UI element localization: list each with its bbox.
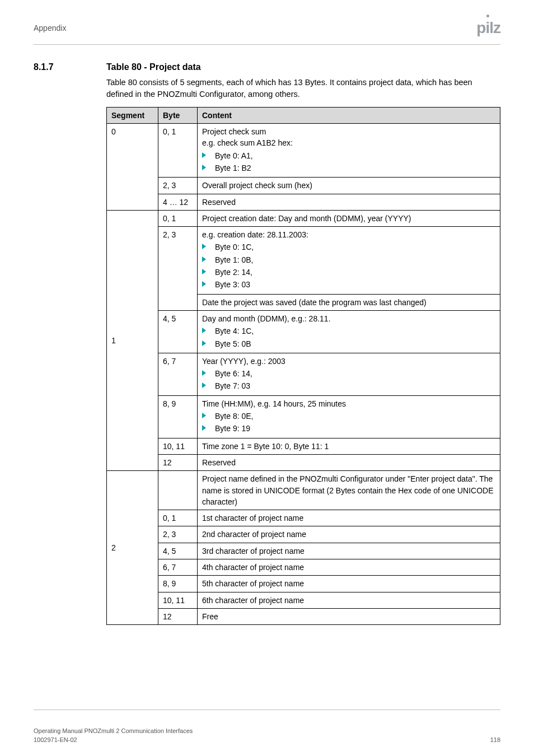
segment-cell: 2 <box>107 471 158 625</box>
page-footer: Operating Manual PNOZmulti 2 Communicati… <box>34 710 500 745</box>
table-row: 2, 3 e.g. creation date: 28.11.2003: Byt… <box>107 227 500 294</box>
content-cell: Reserved <box>198 194 500 210</box>
content-cell: 6th character of project name <box>198 592 500 608</box>
arrow-icon <box>202 244 206 249</box>
content-cell: 3rd character of project name <box>198 543 500 559</box>
byte-cell: 6, 7 <box>158 559 198 576</box>
th-byte: Byte <box>158 107 198 123</box>
byte-cell: 12 <box>158 608 198 624</box>
table-row: 0, 1 1st character of project name <box>107 510 500 526</box>
byte-cell: 4, 5 <box>158 310 198 353</box>
byte-cell: 6, 7 <box>158 353 198 395</box>
bullet-item: Byte 1: B2 <box>202 162 495 174</box>
segment-cell: 0 <box>107 124 158 211</box>
bullet-item: Byte 9: 19 <box>202 423 495 434</box>
table-header-row: Segment Byte Content <box>107 107 500 123</box>
arrow-icon <box>202 269 206 274</box>
bullet-text: Byte 2: 14, <box>215 267 252 278</box>
arrow-icon <box>202 382 206 388</box>
byte-cell <box>158 471 198 510</box>
bullet-item: Byte 5: 0B <box>202 338 495 349</box>
content-cell: Project creation date: Day and month (DD… <box>198 210 500 226</box>
byte-cell: 8, 9 <box>158 576 198 592</box>
table-row: 1 0, 1 Project creation date: Day and mo… <box>107 210 500 226</box>
section-heading: 8.1.7 Table 80 - Project data <box>34 60 500 73</box>
bullet-item: Byte 1: 0B, <box>202 254 495 265</box>
table-row: 2, 3 Overall project check sum (hex) <box>107 178 500 194</box>
byte-cell: 2, 3 <box>158 227 198 311</box>
byte-cell: 10, 11 <box>158 438 198 454</box>
bullet-item: Byte 0: 1C, <box>202 241 495 253</box>
bullet-item: Byte 3: 03 <box>202 279 495 290</box>
content-cell: 4th character of project name <box>198 559 500 576</box>
byte-cell: 12 <box>158 454 198 470</box>
byte-cell: 10, 11 <box>158 592 198 608</box>
byte-cell: 0, 1 <box>158 510 198 526</box>
arrow-icon <box>202 152 206 158</box>
content-cell: e.g. creation date: 28.11.2003: Byte 0: … <box>198 227 500 294</box>
footer-left: Operating Manual PNOZmulti 2 Communicati… <box>34 727 193 745</box>
bullet-text: Byte 6: 14, <box>215 368 252 379</box>
bullet-text: Byte 9: 19 <box>215 423 250 434</box>
table-row: 8, 9 5th character of project name <box>107 576 500 592</box>
arrow-icon <box>202 413 206 418</box>
byte-cell: 4, 5 <box>158 543 198 559</box>
byte-cell: 2, 3 <box>158 178 198 194</box>
table-row: 12 Free <box>107 608 500 624</box>
page: Appendix pilz 8.1.7 Table 80 - Project d… <box>0 0 534 756</box>
bullet-item: Byte 8: 0E, <box>202 410 495 422</box>
table-row: 4, 5 3rd character of project name <box>107 543 500 559</box>
bullet-text: Byte 1: 0B, <box>215 254 253 265</box>
content-cell: Free <box>198 608 500 624</box>
bullet-item: Byte 2: 14, <box>202 267 495 278</box>
byte-cell: 0, 1 <box>158 210 198 226</box>
content-cell: Year (YYYY), e.g.: 2003 Byte 6: 14, Byte… <box>198 353 500 395</box>
segment-cell: 1 <box>107 210 158 470</box>
header-section: Appendix <box>34 22 66 34</box>
byte-cell: 2, 3 <box>158 526 198 543</box>
section-intro: Table 80 consists of 5 segments, each of… <box>106 77 500 100</box>
bullet-text: Byte 1: B2 <box>215 162 251 174</box>
bullet-text: Byte 3: 03 <box>215 279 250 290</box>
content-line: Year (YYYY), e.g.: 2003 <box>202 356 495 367</box>
table-row: 10, 11 6th character of project name <box>107 592 500 608</box>
table-row: 4, 5 Day and month (DDMM), e.g.: 28.11. … <box>107 310 500 353</box>
content-cell: Day and month (DDMM), e.g.: 28.11. Byte … <box>198 310 500 353</box>
arrow-icon <box>202 165 206 170</box>
content-line: Day and month (DDMM), e.g.: 28.11. <box>202 313 495 324</box>
byte-cell: 8, 9 <box>158 395 198 438</box>
footer-doc-title: Operating Manual PNOZmulti 2 Communicati… <box>34 727 193 736</box>
table-row: 0 0, 1 Project check sum e.g. check sum … <box>107 124 500 178</box>
content-cell: Reserved <box>198 454 500 470</box>
table-row: 4 … 12 Reserved <box>107 194 500 210</box>
bullet-text: Byte 0: 1C, <box>215 241 254 253</box>
arrow-icon <box>202 340 206 346</box>
table-row: 8, 9 Time (HH:MM), e.g. 14 hours, 25 min… <box>107 395 500 438</box>
content-line: e.g. creation date: 28.11.2003: <box>202 229 495 240</box>
content-cell: Project name defined in the PNOZmulti Co… <box>198 471 500 510</box>
content-cell: Date the project was saved (date the pro… <box>198 294 500 310</box>
arrow-icon <box>202 328 206 333</box>
bullet-text: Byte 7: 03 <box>215 380 250 391</box>
content-cell: Time zone 1 = Byte 10: 0, Byte 11: 1 <box>198 438 500 454</box>
page-header: Appendix pilz <box>34 17 500 44</box>
table-row: 2 Project name defined in the PNOZmulti … <box>107 471 500 510</box>
byte-cell: 4 … 12 <box>158 194 198 210</box>
content-cell: 1st character of project name <box>198 510 500 526</box>
bullet-item: Byte 7: 03 <box>202 380 495 391</box>
section-number: 8.1.7 <box>34 60 84 73</box>
arrow-icon <box>202 256 206 262</box>
byte-cell: 0, 1 <box>158 124 198 178</box>
content-cell: 5th character of project name <box>198 576 500 592</box>
bullet-item: Byte 6: 14, <box>202 368 495 379</box>
brand-logo: pilz <box>476 17 500 40</box>
arrow-icon <box>202 425 206 431</box>
bullet-text: Byte 5: 0B <box>215 338 251 349</box>
content-line: e.g. check sum A1B2 hex: <box>202 137 495 148</box>
th-content: Content <box>198 107 500 123</box>
table-row: 10, 11 Time zone 1 = Byte 10: 0, Byte 11… <box>107 438 500 454</box>
table-row: 12 Reserved <box>107 454 500 470</box>
bullet-text: Byte 0: A1, <box>215 150 253 161</box>
bullet-text: Byte 8: 0E, <box>215 410 253 422</box>
th-segment: Segment <box>107 107 158 123</box>
